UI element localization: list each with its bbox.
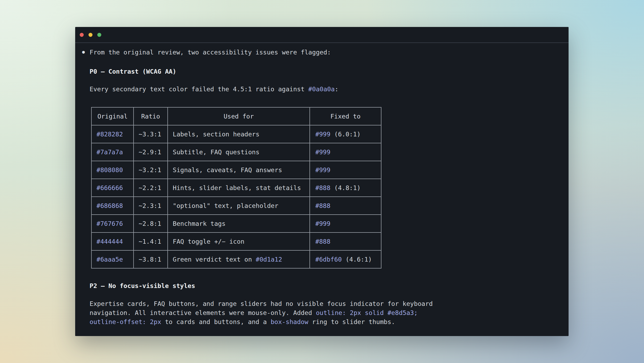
table-row: #666666 ~2.2:1 Hints, slider labels, sta… — [91, 179, 381, 197]
cell-ratio: ~3.2:1 — [134, 161, 168, 179]
intro-text: From the original review, two accessibil… — [90, 48, 554, 57]
fixed-hex: #6dbf60 — [315, 256, 342, 263]
p2-line-1: Expertise cards, FAQ buttons, and range … — [90, 299, 554, 308]
table-row: #7a7a7a ~2.9:1 Subtitle, FAQ questions #… — [91, 143, 381, 161]
cell-used-for: Benchmark tags — [168, 215, 310, 232]
used-text: Signals, caveats, FAQ answers — [173, 166, 282, 174]
cell-fixed-to: #999 — [310, 161, 381, 179]
table-row: #767676 ~2.8:1 Benchmark tags #999 — [91, 215, 381, 232]
cell-ratio: ~1.4:1 — [134, 232, 168, 250]
p2-line2-code: outline: 2px solid #e8d5a3; — [316, 309, 418, 317]
col-header-ratio: Ratio — [134, 107, 168, 125]
zoom-button-icon[interactable] — [97, 33, 101, 37]
fixed-note: (4.6:1) — [342, 256, 372, 263]
cell-original: #828282 — [91, 125, 134, 143]
cell-fixed-to: #999 — [310, 215, 381, 232]
table-row: #808080 ~3.2:1 Signals, caveats, FAQ ans… — [91, 161, 381, 179]
p2-line3-code2: box-shadow — [271, 318, 308, 326]
cell-used-for: Signals, caveats, FAQ answers — [168, 161, 310, 179]
fixed-hex: #999 — [315, 220, 331, 227]
cell-used-for: Labels, section headers — [168, 125, 310, 143]
p2-line3-code1: outline-offset: 2px — [90, 318, 161, 326]
used-text: Hints, slider labels, stat details — [173, 184, 301, 192]
used-text: Subtitle, FAQ questions — [173, 148, 259, 156]
table-row: #686868 ~2.3:1 "optional" text, placehol… — [91, 197, 381, 215]
p2-line3-text2: ring to slider thumbs. — [308, 318, 395, 326]
contrast-table: Original Ratio Used for Fixed to #828282… — [91, 107, 381, 269]
used-hex: #0d1a12 — [256, 256, 282, 263]
cell-used-for: FAQ toggle +/− icon — [168, 232, 310, 250]
cell-fixed-to: #6dbf60 (4.6:1) — [310, 250, 381, 268]
cell-original: #6aaa5e — [91, 250, 134, 268]
col-header-original: Original — [91, 107, 134, 125]
fixed-hex: #999 — [315, 148, 331, 156]
p2-line-3: outline-offset: 2px to cards and buttons… — [90, 317, 554, 326]
p2-line3-text1: to cards and buttons, and a — [161, 318, 271, 326]
fixed-note: (4.8:1) — [331, 184, 361, 192]
p0-lead: Every secondary text color failed the 4.… — [90, 85, 554, 94]
table-row: #6aaa5e ~3.8:1 Green verdict text on #0d… — [91, 250, 381, 268]
cell-fixed-to: #888 — [310, 197, 381, 215]
p0-lead-text: Every secondary text color failed the 4.… — [90, 85, 308, 93]
p2-line-2: navigation. All interactive elements wer… — [90, 308, 554, 317]
used-text: "optional" text, placeholder — [173, 202, 278, 210]
terminal-content: ● From the original review, two accessib… — [75, 43, 569, 334]
cell-original: #686868 — [91, 197, 134, 215]
bullet-icon: ● — [82, 50, 85, 54]
cell-ratio: ~3.8:1 — [134, 250, 168, 268]
cell-used-for: Subtitle, FAQ questions — [168, 143, 310, 161]
p2-heading: P2 — No focus-visible styles — [90, 281, 554, 290]
cell-original: #444444 — [91, 232, 134, 250]
minimize-button-icon[interactable] — [88, 33, 92, 37]
terminal-window: ● From the original review, two accessib… — [75, 27, 569, 336]
used-text: Labels, section headers — [173, 131, 259, 138]
cell-ratio: ~2.8:1 — [134, 215, 168, 232]
used-text: Benchmark tags — [173, 220, 226, 227]
p0-lead-hex: #0a0a0a — [308, 85, 335, 93]
cell-original: #666666 — [91, 179, 134, 197]
fixed-hex: #888 — [315, 184, 331, 192]
cell-used-for: "optional" text, placeholder — [168, 197, 310, 215]
cell-original: #767676 — [91, 215, 134, 232]
p2-line2-text: navigation. All interactive elements wer… — [90, 309, 316, 317]
cell-fixed-to: #888 — [310, 232, 381, 250]
fixed-hex: #888 — [315, 202, 331, 210]
p0-heading: P0 — Contrast (WCAG AA) — [90, 67, 554, 76]
window-titlebar — [75, 27, 569, 43]
fixed-hex: #999 — [315, 166, 331, 174]
fixed-hex: #888 — [315, 238, 331, 245]
close-button-icon[interactable] — [80, 33, 84, 37]
fixed-note: (6.0:1) — [331, 131, 361, 138]
cell-used-for: Green verdict text on #0d1a12 — [168, 250, 310, 268]
table-header-row: Original Ratio Used for Fixed to — [91, 107, 381, 125]
cell-fixed-to: #888 (4.8:1) — [310, 179, 381, 197]
fixed-hex: #999 — [315, 131, 331, 138]
cell-used-for: Hints, slider labels, stat details — [168, 179, 310, 197]
cell-fixed-to: #999 (6.0:1) — [310, 125, 381, 143]
cell-original: #808080 — [91, 161, 134, 179]
col-header-fixed-to: Fixed to — [310, 107, 381, 125]
p2-paragraph: Expertise cards, FAQ buttons, and range … — [90, 299, 554, 326]
col-header-used-for: Used for — [168, 107, 310, 125]
cell-ratio: ~2.9:1 — [134, 143, 168, 161]
used-text: FAQ toggle +/− icon — [173, 238, 244, 245]
table-row: #444444 ~1.4:1 FAQ toggle +/− icon #888 — [91, 232, 381, 250]
cell-original: #7a7a7a — [91, 143, 134, 161]
cell-ratio: ~2.2:1 — [134, 179, 168, 197]
cell-ratio: ~3.3:1 — [134, 125, 168, 143]
table-row: #828282 ~3.3:1 Labels, section headers #… — [91, 125, 381, 143]
p0-lead-tail: : — [335, 85, 339, 93]
used-text: Green verdict text on — [173, 256, 256, 263]
cell-ratio: ~2.3:1 — [134, 197, 168, 215]
cell-fixed-to: #999 — [310, 143, 381, 161]
